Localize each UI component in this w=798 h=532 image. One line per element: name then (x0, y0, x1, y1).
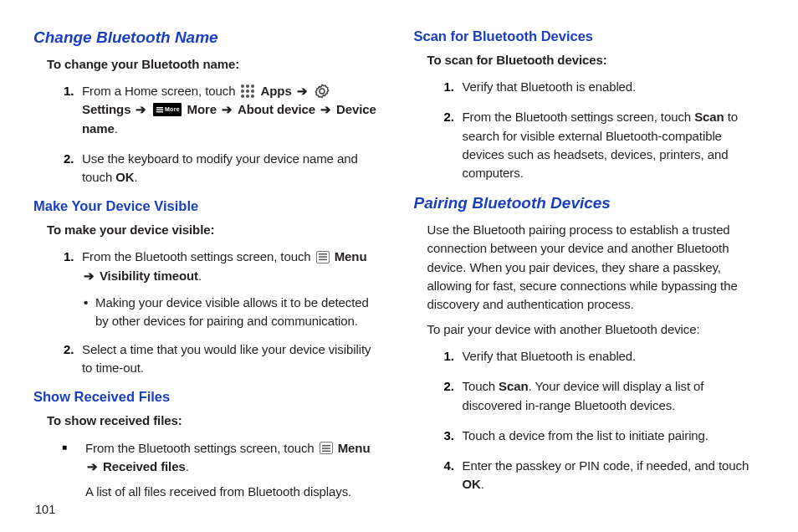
intro-text: To make your device visible: (47, 221, 382, 239)
step-2: 2. From the Bluetooth settings screen, t… (444, 108, 763, 182)
manual-page: Change Bluetooth Name To change your Blu… (0, 0, 798, 524)
square-item: ■ From the Bluetooth settings screen, to… (62, 439, 382, 476)
scan-label: Scan (499, 379, 528, 393)
step-number: 2. (64, 340, 82, 359)
page-number: 101 (35, 503, 55, 516)
svg-rect-12 (156, 111, 163, 112)
menu-icon (320, 442, 333, 454)
apps-icon (240, 84, 255, 99)
svg-rect-13 (319, 253, 327, 255)
step-3: 3. Touch a device from the list to initi… (444, 427, 763, 445)
heading-show-received-files: Show Received Files (33, 389, 389, 405)
step-number: 3. (444, 427, 463, 445)
svg-point-6 (241, 95, 244, 98)
square-list: ■ From the Bluetooth settings screen, to… (42, 439, 389, 476)
svg-rect-14 (319, 257, 327, 258)
step-text: Verify that Bluetooth is enabled. (463, 347, 763, 366)
received-files-label: Received files (103, 459, 186, 473)
menu-label: Menu (338, 441, 371, 455)
step-1: 1. Verify that Bluetooth is enabled. (444, 78, 763, 96)
ok-label: OK (115, 170, 134, 184)
svg-point-1 (246, 84, 249, 88)
step-4: 4. Enter the passkey or PIN code, if nee… (444, 457, 763, 494)
paragraph: Use the Bluetooth pairing process to est… (427, 221, 763, 314)
step-2: 2. Select a time that you would like you… (64, 340, 382, 377)
step-2: 2. Use the keyboard to modify your devic… (64, 150, 382, 187)
step-2: 2. Touch Scan. Your device will display … (444, 377, 763, 414)
step-text: From a Home screen, touch (82, 84, 238, 98)
step-number: 1. (64, 82, 82, 100)
step-1: 1. From the Bluetooth settings screen, t… (64, 248, 382, 284)
svg-point-0 (241, 84, 244, 88)
arrow-icon: ➔ (82, 269, 96, 283)
step-text: Verify that Bluetooth is enabled. (463, 78, 763, 96)
arrow-icon: ➔ (319, 102, 333, 116)
step-text: Touch (463, 379, 499, 393)
step-number: 4. (444, 457, 463, 475)
step-text: Touch a device from the list to initiate… (463, 427, 763, 445)
steps-list: 1. Verify that Bluetooth is enabled. 2. … (422, 347, 770, 494)
step-number: 1. (444, 347, 463, 366)
step-text: Select a time that you would like your d… (82, 340, 382, 377)
heading-scan-for-devices: Scan for Bluetooth Devices (414, 28, 770, 44)
svg-rect-15 (319, 259, 327, 261)
svg-rect-10 (156, 107, 163, 108)
sub-paragraph: A list of all files received from Blueto… (85, 483, 382, 501)
svg-rect-18 (322, 450, 330, 452)
step-number: 2. (444, 108, 463, 126)
steps-list: 1. From the Bluetooth settings screen, t… (42, 248, 389, 284)
step-text: From the Bluetooth settings screen, touc… (82, 249, 315, 263)
step-number: 2. (444, 377, 463, 396)
intro-text: To scan for Bluetooth devices: (427, 51, 763, 69)
step-text: Enter the passkey or PIN code, if needed… (463, 458, 749, 473)
heading-change-bluetooth-name: Change Bluetooth Name (33, 28, 389, 47)
more-label: More (187, 102, 217, 116)
about-device-label: About device (238, 102, 315, 116)
apps-label: Apps (261, 84, 292, 98)
heading-make-device-visible: Make Your Device Visible (33, 198, 389, 214)
visibility-timeout-label: Visibility timeout (100, 269, 198, 283)
menu-icon (316, 251, 330, 263)
bullet-item: • Making your device visible allows it t… (84, 294, 382, 330)
steps-list: 1. Verify that Bluetooth is enabled. 2. … (422, 78, 770, 182)
bullet-dot: • (84, 294, 95, 312)
steps-list: 2. Select a time that you would like you… (42, 340, 389, 377)
svg-point-7 (246, 95, 249, 98)
step-text: From the Bluetooth settings screen, touc… (85, 441, 318, 455)
steps-list: 1. From a Home screen, touch Apps ➔ Sett… (42, 82, 389, 187)
svg-rect-16 (322, 445, 330, 447)
arrow-icon: ➔ (220, 102, 234, 116)
bullet-text: Making your device visible allows it to … (95, 294, 382, 330)
settings-label: Settings (82, 102, 130, 116)
svg-rect-17 (322, 448, 330, 449)
svg-rect-11 (156, 110, 163, 110)
arrow-icon: ➔ (295, 84, 309, 98)
step-1: 1. From a Home screen, touch Apps ➔ Sett… (64, 82, 382, 138)
more-icon: More (153, 103, 182, 116)
heading-pairing-bluetooth-devices: Pairing Bluetooth Devices (414, 194, 770, 212)
step-number: 1. (444, 78, 463, 96)
arrow-icon: ➔ (85, 459, 100, 473)
square-bullet-icon: ■ (62, 439, 85, 456)
step-number: 1. (64, 248, 82, 266)
right-column: Scan for Bluetooth Devices To scan for B… (422, 25, 770, 508)
arrow-icon: ➔ (134, 102, 148, 116)
step-text: From the Bluetooth settings screen, touc… (463, 110, 695, 124)
intro-text: To show received files: (47, 412, 382, 430)
left-column: Change Bluetooth Name To change your Blu… (42, 25, 389, 508)
step-number: 2. (64, 150, 82, 168)
svg-point-3 (241, 90, 244, 93)
menu-label: Menu (335, 249, 367, 263)
scan-label: Scan (694, 110, 724, 124)
ok-label: OK (463, 477, 481, 491)
svg-point-8 (251, 95, 254, 98)
settings-icon (315, 84, 330, 99)
intro-text: To change your Bluetooth name: (47, 55, 382, 74)
paragraph: To pair your device with another Bluetoo… (427, 320, 763, 339)
svg-point-9 (320, 89, 325, 94)
svg-point-5 (251, 90, 254, 93)
svg-point-4 (246, 90, 249, 93)
svg-point-2 (251, 84, 254, 88)
step-1: 1. Verify that Bluetooth is enabled. (444, 347, 763, 366)
